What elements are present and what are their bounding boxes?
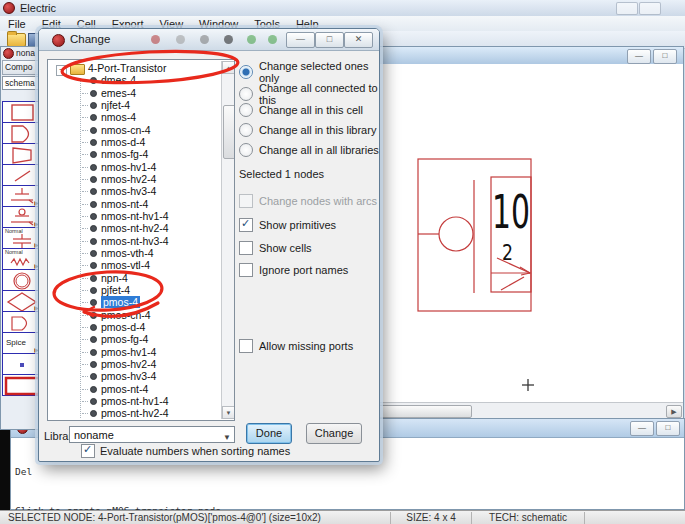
checkbox-icon[interactable]	[81, 444, 95, 458]
node-icon	[90, 262, 97, 269]
tree-item[interactable]: dmes-4	[101, 74, 136, 86]
palette-cell-box[interactable]	[2, 101, 41, 123]
palette-cell-buffer-small[interactable]	[2, 311, 41, 333]
edit-minimize-button[interactable]: —	[627, 49, 651, 64]
tree-item[interactable]: pmos-d-4	[101, 321, 145, 333]
tree-item[interactable]: emes-4	[101, 87, 136, 99]
palette-cell-highlighted[interactable]	[2, 374, 41, 396]
tree-item[interactable]: nmos-nt-hv2-4	[101, 222, 169, 234]
node-icon	[90, 312, 97, 319]
tree-item[interactable]: nmos-vth-4	[101, 247, 154, 259]
checkbox-show-cells[interactable]: Show cells	[239, 241, 312, 255]
palette-titlebar[interactable]: nona	[1, 47, 43, 59]
dialog-maximize-button[interactable]: □	[315, 32, 344, 48]
tree-item[interactable]: nmos-vtl-4	[101, 259, 150, 271]
tree-item[interactable]: pmos-cn-4	[101, 309, 151, 321]
tree-scrollbar[interactable]: ▲ ▼	[221, 61, 235, 419]
checkbox-label: Show primitives	[259, 219, 336, 231]
spice-label: Spice	[6, 338, 26, 347]
maximize-button[interactable]	[639, 2, 661, 15]
tree-root-label[interactable]: 4-Port-Transistor	[88, 62, 166, 74]
checkbox-evaluate-numbers[interactable]: Evaluate numbers when sorting names	[81, 444, 290, 458]
checkbox-allow-missing-ports[interactable]: Allow missing ports	[239, 339, 353, 353]
scroll-right-icon[interactable]: ▶	[666, 405, 682, 418]
tree-item[interactable]: pmos-fg-4	[101, 333, 148, 345]
tree-item-selected[interactable]: pmos-4	[101, 296, 140, 308]
dialog-close-button[interactable]: ✕	[344, 32, 373, 48]
checkbox-icon[interactable]	[239, 218, 253, 232]
node-icon	[90, 398, 97, 405]
checkbox-icon[interactable]	[239, 263, 253, 277]
radio-icon[interactable]	[239, 123, 253, 137]
tree-item[interactable]: nmos-4	[101, 111, 136, 123]
tree-item[interactable]: nmos-nt-4	[101, 198, 148, 210]
palette-cell-pmos-transistor[interactable]: ▶	[2, 206, 41, 228]
change-dialog-title: Change	[70, 33, 110, 45]
selected-nodes-info: Selected 1 nodes	[239, 168, 324, 180]
tree-item[interactable]: njfet-4	[101, 99, 130, 111]
radio-change-selected[interactable]: Change selected ones only	[239, 60, 379, 84]
tree-scrollbar-thumb[interactable]	[223, 105, 235, 159]
tree-item[interactable]: nmos-d-4	[101, 136, 145, 148]
scroll-down-icon[interactable]: ▼	[222, 406, 235, 419]
checkbox-ignore-port-names[interactable]: Ignore port names	[239, 263, 348, 277]
palette-cell-pin[interactable]	[2, 353, 41, 375]
radio-change-library[interactable]: Change all in this library	[239, 123, 376, 137]
library-select[interactable]: noname ▼	[69, 426, 235, 443]
tree-item[interactable]: pmos-hv2-4	[101, 358, 156, 370]
radio-icon[interactable]	[239, 87, 253, 101]
palette-cell-gate[interactable]	[2, 143, 41, 165]
radio-icon[interactable]	[239, 103, 253, 117]
tree-item[interactable]: pmos-nt-hv2-4	[101, 407, 169, 419]
radio-icon[interactable]	[239, 65, 253, 79]
messages-maximize-button[interactable]: □	[656, 421, 680, 436]
technology-select[interactable]: schema	[2, 76, 42, 90]
tree-item[interactable]: pmos-nt-hv1-4	[101, 395, 169, 407]
minimize-button[interactable]	[616, 2, 638, 15]
node-icon	[90, 287, 97, 294]
checkbox-show-primitives[interactable]: Show primitives	[239, 218, 336, 232]
app-titlebar[interactable]: Electric	[0, 0, 685, 16]
palette-cell-buffer[interactable]	[2, 122, 41, 144]
dialog-minimize-button[interactable]: —	[286, 32, 315, 48]
palette-cell-capacitor[interactable]: Normal ▶	[2, 227, 41, 249]
palette-cell-nmos-transistor[interactable]: ▶	[2, 185, 41, 207]
radio-label: Change selected ones only	[259, 60, 379, 84]
radio-icon[interactable]	[239, 143, 253, 157]
palette-cell-circle-node[interactable]	[2, 269, 41, 291]
open-library-icon[interactable]	[7, 33, 26, 47]
checkbox-icon[interactable]	[239, 241, 253, 255]
palette-cell-global-signal[interactable]: ▶	[2, 290, 41, 312]
done-button[interactable]: Done	[246, 423, 292, 444]
messages-minimize-button[interactable]: —	[630, 421, 654, 436]
tree-item[interactable]: nmos-cn-4	[101, 124, 151, 136]
tree-item[interactable]: pjfet-4	[101, 284, 130, 296]
tree-item[interactable]: nmos-nt-hv3-4	[101, 235, 169, 247]
menu-file[interactable]: File	[0, 18, 34, 30]
tree-item[interactable]: nmos-hv2-4	[101, 173, 156, 185]
tree-item[interactable]: pmos-hv3-4	[101, 370, 156, 382]
tree-item[interactable]: nmos-fg-4	[101, 148, 148, 160]
components-tab[interactable]: Compo	[2, 60, 42, 75]
node-type-tree[interactable]: − 4-Port-Transistor dmes-4 emes-4 njfet-…	[47, 59, 235, 421]
node-icon	[90, 238, 97, 245]
palette-cell-wire[interactable]	[2, 164, 41, 186]
palette-cell-spice[interactable]: Spice ▶	[2, 332, 41, 354]
checkbox-label: Change nodes with arcs	[259, 195, 377, 207]
change-button[interactable]: Change	[306, 423, 362, 444]
radio-change-all-libraries[interactable]: Change all in all libraries	[239, 143, 379, 157]
toolbar-ghost-icon	[268, 35, 277, 44]
tree-item[interactable]: npn-4	[101, 272, 128, 284]
checkbox-icon[interactable]	[239, 339, 253, 353]
edit-maximize-button[interactable]: □	[653, 49, 677, 64]
palette-cell-resistor[interactable]: Normal ▶	[2, 248, 41, 270]
tree-item[interactable]: nmos-hv1-4	[101, 161, 156, 173]
scroll-up-icon[interactable]: ▲	[222, 61, 235, 74]
tree-item[interactable]: nmos-hv3-4	[101, 185, 156, 197]
tree-item[interactable]: nmos-nt-hv1-4	[101, 210, 169, 222]
tree-expander-icon[interactable]: −	[56, 65, 67, 76]
tree-item[interactable]: pmos-hv1-4	[101, 346, 156, 358]
radio-change-cell[interactable]: Change all in this cell	[239, 103, 363, 117]
checkbox-icon	[239, 194, 253, 208]
tree-item[interactable]: pmos-nt-4	[101, 383, 148, 395]
